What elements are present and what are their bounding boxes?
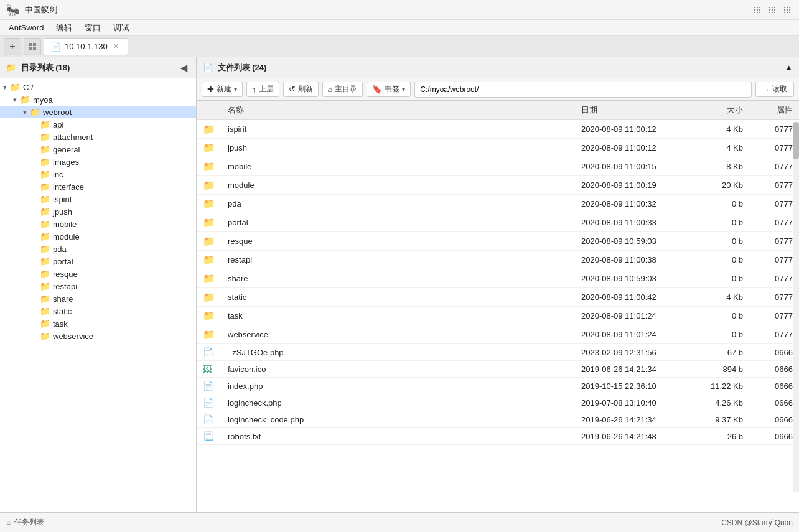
- tree-node[interactable]: 📁jpush: [0, 205, 196, 218]
- tree-node[interactable]: 📁attachment: [0, 131, 196, 143]
- tree-node[interactable]: 📁portal: [0, 255, 196, 268]
- col-size-header[interactable]: 大小: [687, 101, 749, 120]
- table-row[interactable]: 📁 restapi 2020-08-09 11:00:38 0 b 0777: [197, 251, 799, 269]
- col-name-header[interactable]: 名称: [222, 101, 575, 120]
- folder-icon: 📁: [203, 124, 215, 134]
- menu-edit[interactable]: 编辑: [51, 21, 77, 35]
- table-row[interactable]: 📄 index.php 2019-10-15 22:36:10 11.22 Kb…: [197, 378, 799, 394]
- svg-rect-29: [29, 47, 32, 50]
- tree-node-label: interface: [53, 182, 84, 192]
- menu-antsword[interactable]: AntSword: [4, 22, 49, 34]
- tab-close-button[interactable]: ✕: [111, 42, 121, 52]
- file-attr-cell: 0777: [749, 251, 799, 269]
- new-tab-button[interactable]: +: [4, 38, 21, 55]
- file-name-cell: task: [222, 307, 575, 325]
- close-icon[interactable]: [782, 4, 793, 16]
- tree-node[interactable]: 📁pda: [0, 243, 196, 255]
- table-row[interactable]: 📄 logincheck_code.php 2019-06-26 14:21:3…: [197, 411, 799, 428]
- file-table-container[interactable]: 名称 日期 大小 属性 📁 ispirit 2020-08-09 11:00:1…: [197, 101, 799, 512]
- folder-icon: 📁: [203, 180, 215, 190]
- file-size-cell: 0 b: [687, 269, 749, 288]
- maximize-icon[interactable]: [767, 4, 778, 16]
- tree-node[interactable]: ▾📁C:/: [0, 81, 196, 93]
- scrollbar[interactable]: [793, 122, 799, 492]
- tree-node[interactable]: 📁general: [0, 143, 196, 156]
- bookmark-button[interactable]: 🔖 书签 ▾: [367, 82, 411, 97]
- table-row[interactable]: 📁 webservice 2020-08-09 11:01:24 0 b 077…: [197, 325, 799, 344]
- table-row[interactable]: 📁 static 2020-08-09 11:00:42 4 Kb 0777: [197, 288, 799, 307]
- php-file-icon: 📄: [203, 381, 213, 391]
- tree-area[interactable]: ▾📁C:/▾📁myoa▾📁webroot 📁api 📁attachment 📁g…: [0, 78, 196, 512]
- tab-grid-button[interactable]: [24, 38, 41, 55]
- tree-node[interactable]: 📁share: [0, 292, 196, 305]
- file-attr-cell: 0777: [749, 195, 799, 213]
- table-row[interactable]: 📄 logincheck.php 2019-07-08 13:10:40 4.2…: [197, 394, 799, 411]
- scrollbar-thumb: [793, 122, 799, 159]
- tree-toggle[interactable]: ▾: [20, 108, 30, 116]
- table-row[interactable]: 📁 portal 2020-08-09 11:00:33 0 b 0777: [197, 213, 799, 232]
- file-size-cell: 4 Kb: [687, 139, 749, 157]
- refresh-button[interactable]: ↺ 刷新: [283, 82, 319, 97]
- tree-node[interactable]: 📁images: [0, 156, 196, 168]
- svg-rect-18: [784, 7, 785, 8]
- svg-rect-12: [769, 9, 770, 11]
- tree-node[interactable]: 📁resque: [0, 268, 196, 280]
- file-name-cell: pda: [222, 195, 575, 213]
- table-row[interactable]: 📁 ispirit 2020-08-09 11:00:12 4 Kb 0777: [197, 120, 799, 139]
- up-button[interactable]: ↑ 上层: [246, 82, 279, 97]
- home-button[interactable]: ⌂ 主目录: [322, 82, 363, 97]
- tree-node[interactable]: ▾📁webroot: [0, 106, 196, 118]
- svg-rect-7: [757, 12, 758, 13]
- file-icon-cell: 📁: [197, 120, 222, 139]
- path-input[interactable]: [414, 82, 752, 98]
- svg-rect-21: [784, 9, 785, 11]
- left-panel-collapse-button[interactable]: ◀: [177, 62, 190, 74]
- tree-node-label: portal: [53, 257, 73, 266]
- table-row[interactable]: 📄 _zSJTGOe.php 2023-02-09 12:31:56 67 b …: [197, 344, 799, 361]
- right-panel-collapse-button[interactable]: ▲: [785, 63, 793, 72]
- table-row[interactable]: 📁 module 2020-08-09 11:00:19 20 Kb 0777: [197, 176, 799, 195]
- table-row[interactable]: 🖼 favicon.ico 2019-06-26 14:21:34 894 b …: [197, 361, 799, 378]
- table-row[interactable]: 📁 resque 2020-08-09 10:59:03 0 b 0777: [197, 232, 799, 251]
- col-date-header[interactable]: 日期: [575, 101, 687, 120]
- file-size-cell: 9.37 Kb: [687, 411, 749, 428]
- tree-node[interactable]: 📁api: [0, 118, 196, 131]
- tree-toggle[interactable]: ▾: [0, 83, 10, 91]
- file-date-cell: 2020-08-09 11:00:12: [575, 139, 687, 157]
- table-row[interactable]: 📁 task 2020-08-09 11:01:24 0 b 0777: [197, 307, 799, 325]
- new-icon: ✚: [207, 85, 214, 94]
- svg-rect-10: [772, 7, 773, 8]
- tree-node[interactable]: 📁task: [0, 317, 196, 330]
- tree-node-label: mobile: [53, 220, 77, 229]
- window-controls[interactable]: [752, 4, 793, 16]
- file-attr-cell: 0777: [749, 232, 799, 251]
- tree-node[interactable]: 📁static: [0, 305, 196, 317]
- table-row[interactable]: 📃 robots.txt 2019-06-26 14:21:48 26 b 06…: [197, 428, 799, 445]
- tree-node[interactable]: 📁interface: [0, 180, 196, 193]
- tree-node[interactable]: 📁mobile: [0, 218, 196, 230]
- table-row[interactable]: 📁 pda 2020-08-09 11:00:32 0 b 0777: [197, 195, 799, 213]
- folder-icon: 📁: [40, 182, 50, 192]
- tree-toggle[interactable]: ▾: [10, 96, 20, 104]
- folder-icon: 📁: [40, 144, 50, 154]
- file-icon-cell: 📁: [197, 195, 222, 213]
- menu-debug[interactable]: 调试: [108, 21, 134, 35]
- tree-node[interactable]: 📁inc: [0, 168, 196, 180]
- col-attr-header[interactable]: 属性: [749, 101, 799, 120]
- minimize-icon[interactable]: [752, 4, 763, 16]
- file-attr-cell: 0777: [749, 307, 799, 325]
- tab-session[interactable]: 📄 10.10.1.130 ✕: [44, 38, 128, 55]
- tree-node[interactable]: 📁module: [0, 230, 196, 243]
- folder-icon: 📁: [203, 292, 215, 302]
- go-button[interactable]: → 读取: [755, 82, 794, 97]
- menu-window[interactable]: 窗口: [80, 21, 106, 35]
- file-icon-cell: 📃: [197, 428, 222, 445]
- tree-node[interactable]: 📁restapi: [0, 280, 196, 292]
- table-row[interactable]: 📁 share 2020-08-09 10:59:03 0 b 0777: [197, 269, 799, 288]
- tree-node[interactable]: ▾📁myoa: [0, 93, 196, 106]
- tree-node[interactable]: 📁ispirit: [0, 193, 196, 205]
- tree-node[interactable]: 📁webservice: [0, 330, 196, 342]
- table-row[interactable]: 📁 mobile 2020-08-09 11:00:15 8 Kb 0777: [197, 157, 799, 176]
- new-button[interactable]: ✚ 新建 ▾: [202, 82, 243, 97]
- table-row[interactable]: 📁 jpush 2020-08-09 11:00:12 4 Kb 0777: [197, 139, 799, 157]
